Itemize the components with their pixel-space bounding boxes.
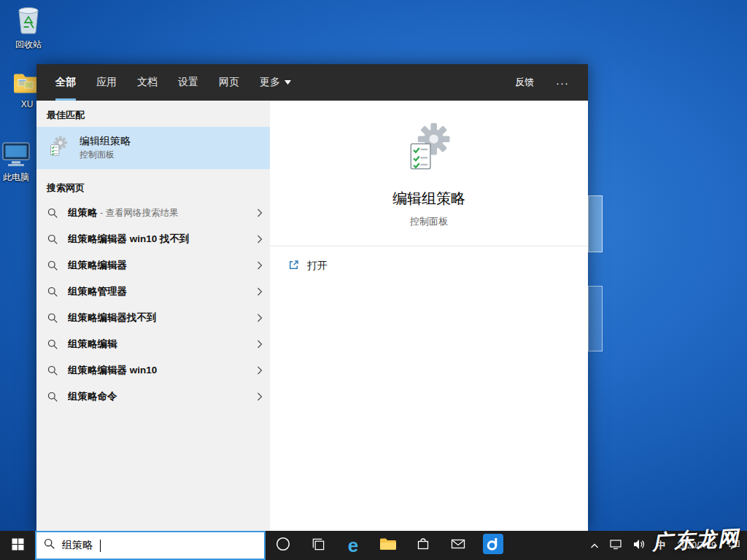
detail-title: 编辑组策略: [277, 189, 581, 209]
detail-subtitle: 控制面板: [277, 215, 581, 228]
edge-icon[interactable]: e: [336, 531, 371, 560]
background-window-fragment: [588, 286, 603, 351]
search-suggestion-row[interactable]: 组策略 - 查看网络搜索结果: [36, 200, 270, 226]
chevron-right-icon[interactable]: [257, 340, 263, 349]
open-label: 打开: [307, 260, 328, 273]
suggestion-text: 组策略编辑器 win10: [68, 365, 157, 376]
desktop-icon-label: XU: [21, 100, 34, 109]
search-suggestion-row[interactable]: 组策略编辑器: [36, 252, 270, 279]
system-tray: 中 2020/7/29: [585, 531, 747, 560]
computer-icon: [0, 140, 32, 171]
chevron-up-icon: [590, 539, 599, 552]
search-icon: [47, 260, 58, 271]
blue-app-logo: [483, 534, 503, 557]
feedback-link[interactable]: 反馈: [515, 76, 534, 89]
search-suggestion-row[interactable]: 组策略编辑器 win10 找不到: [36, 226, 270, 252]
group-policy-icon: [47, 135, 70, 161]
chevron-right-icon[interactable]: [257, 261, 263, 270]
windows-logo-icon: [12, 538, 24, 553]
notification-icon: [728, 539, 740, 553]
suggestion-text: 组策略命令: [68, 391, 117, 402]
shopping-bag-icon: [416, 537, 430, 554]
best-match-header: 最佳匹配: [36, 101, 270, 127]
open-icon: [287, 259, 300, 273]
ime-indicator[interactable]: 中: [651, 531, 670, 560]
cortana-circle-icon: [275, 536, 291, 555]
tab-apps[interactable]: 应用: [96, 64, 117, 101]
search-icon: [47, 392, 58, 402]
tab-documents[interactable]: 文档: [137, 64, 158, 101]
network-icon: [609, 539, 622, 553]
pinned-app-icon[interactable]: [476, 531, 511, 560]
suggestion-text: 组策略: [68, 207, 98, 218]
tab-more-label: 更多: [260, 76, 280, 89]
search-suggestion-row[interactable]: 组策略管理器: [36, 279, 270, 305]
best-match-subtitle: 控制面板: [80, 149, 131, 161]
search-flyout-body: 最佳匹配: [36, 101, 588, 531]
search-icon: [47, 339, 58, 350]
task-view-button[interactable]: [301, 531, 336, 560]
tab-more[interactable]: 更多: [260, 64, 291, 101]
recycle-bin-icon: [14, 4, 43, 38]
folder-icon: [379, 537, 397, 554]
text-caret: [100, 540, 101, 552]
suggestion-text: 组策略编辑器找不到: [68, 312, 157, 323]
search-suggestion-row[interactable]: 组策略编辑器找不到: [36, 305, 270, 331]
best-match-title: 编辑组策略: [80, 135, 131, 148]
taskbar: 组策略 e: [0, 531, 747, 560]
network-status-button[interactable]: [604, 531, 627, 560]
open-command[interactable]: 打开: [270, 246, 588, 286]
tab-settings[interactable]: 设置: [178, 64, 198, 101]
chevron-right-icon[interactable]: [257, 235, 263, 244]
cortana-button[interactable]: [266, 531, 301, 560]
best-match-item[interactable]: 编辑组策略 控制面板: [36, 127, 270, 169]
mail-icon[interactable]: [441, 531, 476, 560]
suggestion-suffix: - 查看网络搜索结果: [98, 208, 179, 218]
search-suggestion-row[interactable]: 组策略命令: [36, 384, 270, 410]
search-icon: [47, 208, 58, 219]
more-options-button[interactable]: ···: [556, 77, 569, 89]
ime-label: 中: [656, 539, 665, 552]
action-center-button[interactable]: [723, 531, 746, 560]
suggestion-text: 组策略编辑器 win10 找不到: [68, 233, 190, 244]
suggestion-text: 组策略编辑: [68, 338, 117, 349]
result-detail-summary: 编辑组策略 控制面板: [270, 101, 588, 246]
search-icon: [47, 365, 58, 376]
desktop-icon-label: 回收站: [15, 40, 42, 50]
search-icon: [47, 287, 58, 298]
tab-web[interactable]: 网页: [219, 64, 239, 101]
results-list: 最佳匹配: [36, 101, 270, 531]
task-view-icon: [311, 537, 325, 554]
suggestion-text: 组策略编辑器: [68, 260, 127, 271]
taskbar-search-input[interactable]: 组策略: [35, 531, 266, 560]
result-detail-pane: 编辑组策略 控制面板 打开: [270, 101, 588, 531]
search-suggestion-row[interactable]: 组策略编辑: [36, 331, 270, 357]
chevron-right-icon[interactable]: [257, 392, 263, 401]
store-icon[interactable]: [406, 531, 441, 560]
chevron-right-icon[interactable]: [257, 287, 263, 296]
desktop: 回收站 XU 此电脑 全部: [0, 0, 747, 560]
chevron-right-icon[interactable]: [257, 366, 263, 375]
tray-expand-button[interactable]: [585, 531, 604, 560]
speaker-icon: [632, 539, 646, 553]
volume-button[interactable]: [627, 531, 651, 560]
file-explorer-icon[interactable]: [371, 531, 406, 560]
chevron-right-icon[interactable]: [257, 314, 263, 322]
desktop-icon-label: 此电脑: [3, 173, 29, 182]
chevron-right-icon[interactable]: [257, 209, 263, 217]
background-window-fragment: [588, 195, 603, 252]
search-icon: [44, 538, 55, 553]
desktop-icon-recycle-bin[interactable]: 回收站: [6, 4, 51, 50]
envelope-icon: [451, 538, 465, 553]
suggestion-text: 组策略管理器: [68, 286, 127, 297]
desktop-icon-this-pc[interactable]: 此电脑: [0, 140, 39, 182]
search-icon: [47, 313, 58, 324]
start-button[interactable]: [0, 531, 35, 560]
search-suggestion-row[interactable]: 组策略编辑器 win10: [36, 357, 270, 384]
search-filter-tabs: 全部 应用 文档 设置 网页 更多: [36, 64, 291, 101]
clock[interactable]: 2020/7/29: [670, 531, 723, 560]
tab-all[interactable]: 全部: [55, 64, 76, 101]
edge-logo: e: [348, 536, 358, 555]
header-right-actions: 反馈 ···: [515, 64, 588, 101]
search-input-value: 组策略: [62, 539, 93, 552]
